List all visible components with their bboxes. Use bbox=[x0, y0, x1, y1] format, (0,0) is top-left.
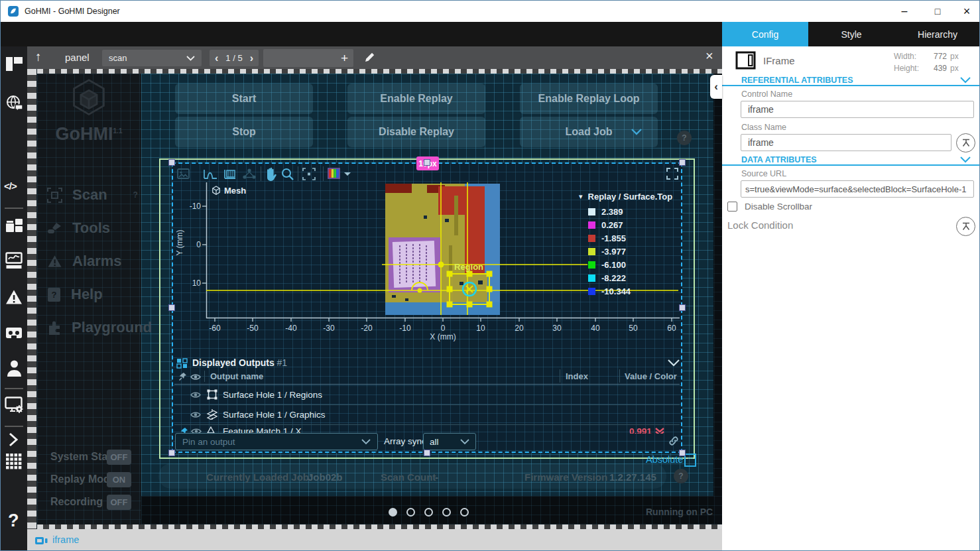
legend-collapse-icon[interactable]: ▾ bbox=[579, 192, 583, 201]
edit-pencil-icon[interactable] bbox=[364, 52, 375, 66]
section-data-attributes[interactable]: DATA ATTRIBUTES bbox=[741, 155, 817, 164]
column-divider bbox=[619, 369, 620, 383]
palette-chevron-icon[interactable] bbox=[343, 172, 351, 177]
control-name-input[interactable] bbox=[741, 101, 974, 118]
resize-handle-ne[interactable] bbox=[679, 159, 686, 166]
stop-button[interactable]: Stop bbox=[175, 117, 313, 147]
source-url-label: Source URL bbox=[741, 169, 786, 178]
resize-handle-n[interactable] bbox=[424, 159, 430, 166]
pager-prev-icon[interactable]: ‹ bbox=[215, 52, 218, 64]
hmi-nav-scan[interactable]: Scan ? bbox=[47, 186, 138, 204]
user-icon[interactable] bbox=[7, 359, 22, 379]
hmi-nav-tools[interactable]: Tools bbox=[47, 219, 110, 237]
class-name-label: Class Name bbox=[741, 123, 786, 132]
disable-scrollbar-checkbox[interactable] bbox=[727, 202, 737, 212]
enable-replay-button[interactable]: Enable Replay bbox=[347, 84, 485, 114]
page-dot[interactable] bbox=[406, 508, 415, 517]
resize-handle-se[interactable] bbox=[679, 450, 686, 456]
section-collapse-chevron-icon[interactable] bbox=[960, 156, 971, 163]
close-window-button[interactable]: × bbox=[953, 1, 980, 22]
app-window: GoHMI - GoHMI Designer – □ × ↶ ↷ bbox=[0, 0, 980, 551]
legend-item[interactable]: 2.389 bbox=[588, 207, 623, 217]
page-dot[interactable] bbox=[460, 508, 469, 517]
pan-hand-icon[interactable] bbox=[265, 167, 277, 181]
enable-replay-loop-button[interactable]: Enable Replay Loop bbox=[520, 84, 658, 114]
anchor-box-icon[interactable]: ... bbox=[684, 454, 696, 467]
legend-item[interactable]: -1.855 bbox=[588, 233, 626, 243]
tab-style[interactable]: Style bbox=[808, 22, 894, 46]
output-row-graphics[interactable]: Surface Hole 1 / Graphics bbox=[172, 405, 682, 424]
screen-settings-icon[interactable] bbox=[5, 397, 24, 417]
workbench-icon[interactable] bbox=[5, 216, 23, 236]
add-page-plus-icon[interactable]: + bbox=[341, 51, 348, 66]
legend-item[interactable]: -6.100 bbox=[588, 260, 626, 270]
section-referential-attributes[interactable]: REFERENTIAL ATTRIBUTES bbox=[741, 76, 853, 85]
alarms-icon[interactable] bbox=[5, 289, 23, 308]
tab-hierarchy[interactable]: Hierarchy bbox=[894, 22, 980, 46]
output-row-regions[interactable]: Surface Hole 1 / Regions bbox=[172, 385, 682, 404]
graphics-type-icon bbox=[206, 408, 218, 420]
palette-icon[interactable] bbox=[328, 168, 340, 179]
expand-chevron-icon[interactable] bbox=[8, 432, 19, 450]
outputs-collapse-chevron-icon[interactable] bbox=[668, 359, 680, 367]
class-name-input[interactable] bbox=[741, 134, 951, 151]
recorder-icon[interactable] bbox=[5, 326, 23, 342]
tab-config[interactable]: Config bbox=[722, 22, 808, 46]
display-output-icon[interactable] bbox=[5, 252, 23, 272]
legend-swatch bbox=[588, 288, 595, 295]
grid-apps-icon[interactable] bbox=[6, 454, 22, 472]
maximize-button[interactable]: □ bbox=[922, 1, 953, 22]
lock-condition-bind-icon[interactable] bbox=[956, 217, 975, 236]
disable-replay-button[interactable]: Disable Replay bbox=[347, 117, 485, 147]
legend-item[interactable]: -10.344 bbox=[588, 286, 631, 296]
resize-handle-nw[interactable] bbox=[168, 159, 175, 166]
resize-handle-sw[interactable] bbox=[168, 450, 175, 456]
help-icon[interactable]: ? bbox=[8, 511, 19, 531]
pin-output-select[interactable]: Pin an output bbox=[175, 433, 378, 450]
resize-handle-s[interactable] bbox=[424, 450, 430, 456]
panels-icon[interactable] bbox=[5, 56, 23, 74]
selected-widget-label[interactable]: iframe bbox=[52, 534, 79, 545]
load-job-button[interactable]: Load Job bbox=[520, 117, 658, 147]
hmi-nav-playground[interactable]: Playground bbox=[47, 319, 152, 336]
eye-icon[interactable] bbox=[190, 411, 201, 418]
scan-select[interactable]: scan bbox=[102, 50, 202, 66]
disable-scrollbar-label: Disable Scrollbar bbox=[745, 202, 812, 212]
up-level-icon[interactable]: ↑ bbox=[35, 50, 42, 64]
add-page-input[interactable]: + bbox=[263, 49, 353, 67]
profile-view-icon[interactable] bbox=[204, 168, 217, 180]
section-collapse-chevron-icon[interactable] bbox=[960, 77, 971, 84]
resize-handle-w[interactable] bbox=[168, 304, 175, 311]
array-sync-select[interactable]: all bbox=[423, 433, 476, 450]
fit-center-icon[interactable] bbox=[302, 168, 316, 180]
legend-header[interactable]: ▾ Replay / Surface.Top bbox=[579, 192, 682, 202]
hmi-nav-alarms[interactable]: Alarms bbox=[47, 253, 122, 270]
page-dot[interactable] bbox=[424, 508, 433, 517]
value-trend-icon bbox=[654, 426, 665, 434]
position-mode-label[interactable]: Absolute bbox=[646, 454, 683, 465]
source-url-input[interactable] bbox=[741, 180, 974, 198]
pointcloud-view-icon[interactable] bbox=[242, 168, 257, 180]
legend-item[interactable]: -8.222 bbox=[588, 273, 626, 283]
link-icon[interactable] bbox=[668, 436, 679, 446]
selected-widget-icon bbox=[35, 536, 48, 548]
legend-item[interactable]: 0.267 bbox=[588, 220, 623, 230]
class-name-bind-icon[interactable] bbox=[956, 133, 975, 153]
fullscreen-icon[interactable] bbox=[666, 168, 678, 180]
eye-icon[interactable] bbox=[190, 391, 201, 398]
languages-icon[interactable] bbox=[6, 95, 23, 115]
start-button[interactable]: Start bbox=[175, 84, 313, 114]
page-dot[interactable] bbox=[442, 508, 451, 517]
image-view-icon[interactable] bbox=[177, 168, 190, 179]
panel-collapse-tab[interactable]: ‹ bbox=[710, 75, 722, 99]
page-dot-active[interactable] bbox=[389, 508, 397, 517]
close-panel-icon[interactable]: × bbox=[705, 48, 713, 64]
surface-view-icon[interactable] bbox=[223, 168, 236, 180]
minimize-button[interactable]: – bbox=[889, 1, 920, 22]
zoom-icon[interactable] bbox=[281, 168, 294, 180]
resize-handle-e[interactable] bbox=[679, 304, 686, 311]
code-icon[interactable]: </> bbox=[4, 180, 17, 192]
legend-item[interactable]: -3.977 bbox=[588, 247, 626, 257]
hmi-nav-help[interactable]: ? Help bbox=[47, 286, 103, 303]
pager-next-icon[interactable]: › bbox=[250, 52, 253, 64]
